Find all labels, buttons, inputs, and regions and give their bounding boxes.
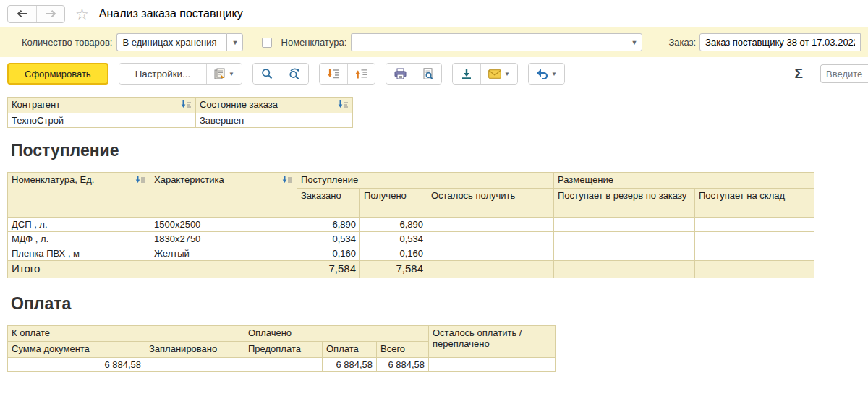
- page-title: Анализ заказа поставщику: [99, 7, 243, 20]
- settings-button[interactable]: Настройки...: [119, 64, 206, 84]
- characteristic-cell: Желтый: [150, 246, 297, 261]
- column-header-reserve: Поступает в резерв по заказу: [554, 189, 695, 218]
- prepaid-cell: [244, 358, 323, 372]
- planned-cell: [145, 358, 244, 372]
- forward-button[interactable]: [36, 6, 64, 22]
- report-variant-icon: [214, 68, 226, 79]
- column-header-nomenclature: Номенклатура, Ед.: [8, 173, 150, 218]
- report-area: Контрагент Состояние заказа ТехноСтрой З…: [7, 97, 868, 394]
- autosum-input[interactable]: [820, 64, 868, 83]
- collapse-groups-icon: [355, 68, 367, 79]
- nomenclature-input[interactable]: [351, 33, 626, 51]
- receipt-table: Номенклатура, Ед. Характеристика Поступл…: [7, 172, 814, 278]
- group-header-receipt: Поступление: [297, 173, 554, 189]
- nomenclature-checkbox[interactable]: [262, 38, 271, 48]
- counterparty-cell: ТехноСтрой: [8, 113, 196, 128]
- nomenclature-cell: Пленка ПВХ , м: [8, 246, 150, 261]
- column-header-order-state: Состояние заказа: [196, 98, 353, 113]
- payment-cell: 6 884,58: [323, 358, 377, 372]
- column-header-remaining-pay: Осталось оплатить / переплачено: [429, 326, 556, 358]
- receipt-section-title: Поступление: [7, 128, 868, 172]
- quantity-dropdown-button[interactable]: ▼: [226, 33, 243, 51]
- chevron-down-icon: ▼: [229, 71, 234, 77]
- ordered-cell: 0,160: [297, 246, 360, 261]
- find-next-button[interactable]: [281, 64, 308, 84]
- column-header-ordered: Заказано: [297, 189, 360, 218]
- total-row: Итого 7,584 7,584: [8, 261, 814, 278]
- reserve-cell: [554, 246, 695, 261]
- nomenclature-combo: ▼: [351, 33, 642, 51]
- expand-groups-icon: [327, 68, 340, 79]
- grouping-group: [319, 63, 375, 85]
- search-button[interactable]: [253, 64, 281, 84]
- summary-table: Контрагент Состояние заказа ТехноСтрой З…: [7, 97, 353, 128]
- save-button[interactable]: [453, 64, 480, 84]
- sort-icon[interactable]: [282, 176, 293, 184]
- generate-button[interactable]: Сформировать: [7, 63, 109, 85]
- total-ordered-cell: 7,584: [297, 261, 360, 278]
- printer-icon: [394, 68, 407, 79]
- back-button[interactable]: [8, 6, 36, 22]
- expand-groups-button[interactable]: [320, 64, 347, 84]
- total-label-cell: Итого: [8, 261, 297, 278]
- undo-button[interactable]: ▼: [529, 64, 564, 84]
- quantity-input[interactable]: [116, 33, 226, 51]
- print-preview-button[interactable]: [414, 64, 441, 84]
- order-input[interactable]: [699, 33, 861, 51]
- settings-group: Настройки... ▼: [119, 63, 242, 85]
- nomenclature-dropdown-button[interactable]: ▼: [626, 33, 642, 51]
- print-button[interactable]: [386, 64, 414, 84]
- warehouse-cell: [695, 246, 814, 261]
- group-header-paid: Оплачено: [244, 326, 429, 342]
- total-reserve-cell: [554, 261, 695, 278]
- send-mail-button[interactable]: ▼: [480, 64, 517, 84]
- sort-icon[interactable]: [181, 100, 192, 109]
- column-header-doc-sum: Сумма документа: [8, 342, 145, 358]
- preview-icon: [422, 68, 434, 79]
- collapse-groups-button[interactable]: [347, 64, 375, 84]
- column-header-prepaid: Предоплата: [244, 342, 323, 358]
- remaining-cell: [427, 218, 554, 232]
- undo-group: ▼: [528, 63, 565, 85]
- mail-icon: [488, 69, 501, 79]
- export-group: ▼: [452, 63, 518, 85]
- total-paid-cell: 6 884,58: [377, 358, 429, 372]
- sort-icon[interactable]: [338, 100, 349, 109]
- top-bar: ☆ Анализ заказа поставщику: [0, 0, 868, 27]
- column-header-planned: Запланировано: [145, 342, 244, 358]
- column-header-label: Характеристика: [154, 174, 224, 185]
- total-received-cell: 7,584: [360, 261, 427, 278]
- order-label: Заказ:: [668, 37, 696, 48]
- column-header-payment: Оплата: [323, 342, 377, 358]
- characteristic-cell: 1500х2500: [150, 218, 297, 232]
- received-cell: 6,890: [360, 218, 427, 232]
- undo-arrow-icon: [536, 69, 548, 79]
- doc-sum-cell: 6 884,58: [8, 358, 145, 372]
- nav-history-group: [7, 5, 65, 23]
- table-row: Пленка ПВХ , м Желтый 0,160 0,160: [8, 246, 814, 261]
- column-header-remaining: Осталось получить: [427, 189, 554, 218]
- search-icon: [261, 68, 273, 79]
- chevron-down-icon: ▼: [504, 71, 510, 77]
- column-header-label: Состояние заказа: [200, 99, 278, 110]
- favorite-star-icon[interactable]: ☆: [75, 7, 89, 22]
- total-remaining-cell: [427, 261, 554, 278]
- warehouse-cell: [695, 218, 814, 232]
- forward-arrow-icon: [45, 10, 56, 17]
- nomenclature-cell: МДФ , л.: [8, 232, 150, 246]
- filter-bar: Количество товаров: ▼ Номенклатура: ▼ За…: [0, 27, 868, 57]
- column-header-characteristic: Характеристика: [150, 173, 297, 218]
- total-warehouse-cell: [695, 261, 814, 278]
- toolbar: Сформировать Настройки... ▼: [0, 57, 868, 90]
- sort-icon[interactable]: [135, 176, 146, 184]
- column-header-label: Контрагент: [12, 99, 60, 110]
- quantity-combo: ▼: [116, 33, 243, 51]
- autosum-sigma-icon: Σ: [795, 66, 803, 82]
- order-state-cell: Завершен: [196, 113, 353, 128]
- received-cell: 0,160: [360, 246, 427, 261]
- remaining-cell: [427, 246, 554, 261]
- remaining-pay-cell: [429, 358, 556, 372]
- table-row: ТехноСтрой Завершен: [8, 113, 353, 128]
- save-icon: [461, 68, 472, 79]
- report-variants-button[interactable]: ▼: [206, 64, 242, 84]
